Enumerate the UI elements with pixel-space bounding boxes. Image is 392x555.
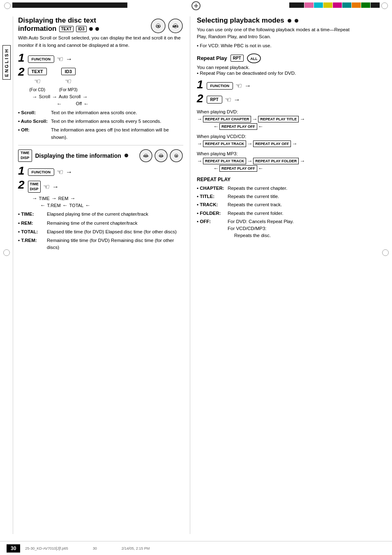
svg-text:DVD: DVD [143,155,149,157]
id3-button: ID3 [61,68,76,75]
dvd-flow-title: REPEAT PLAY TITLE [258,116,299,122]
hand-icon-3: ☜ [43,182,50,191]
hand-icon-mp3: ☜ [65,77,71,86]
playback-modes-section: Selecting playback modes You can use onl… [197,16,356,240]
cd-icon-time: CD [169,149,183,163]
disc-text-intro: With Auto Scroll or Scroll selected, you… [18,35,183,49]
playback-modes-title: Selecting playback modes [197,16,284,25]
svg-text:CD: CD [175,155,178,157]
arrow-right-2: → [66,168,72,176]
step-r1-number: 1 [197,79,203,90]
dot-r2 [295,19,298,23]
hand-icon-r2: ☜ [225,95,231,104]
function-button-r1: FUNCTION [207,82,233,90]
dvd-flow-off: REPEAT PLAY OFF [219,123,257,130]
left-margin-circle [3,249,10,256]
right-margin-circle [382,249,389,256]
step-1-number: 1 [18,52,25,64]
for-cd-label: (For CD) [29,88,45,92]
vcd-note: • For VCD: While PBC is not in use. [197,42,356,49]
step-r2-number: 2 [197,93,203,104]
vcd-icon-time: VCD [154,149,168,163]
dvd-flow-label: When playing DVD: [197,109,356,114]
repeat-play-legend-title: REPEAT PLAY [197,177,356,182]
for-mp3-label: (For MP3) [59,88,78,92]
mp3-flow-section: When playing MP3: → REPEAT PLAY TRACK → … [197,151,356,172]
step-2-number: 2 [18,66,25,78]
repeat-play-legend: REPEAT PLAY • CHAPTER: Repeats the curre… [197,177,356,240]
step-1b-number: 1 [18,165,25,177]
repeat-desc: You can repeat playback. [197,65,356,70]
step-2b-number: 2 [18,179,25,191]
function-button-1: FUNCTION [28,55,55,63]
vcd-flow-track: REPEAT PLAY TRACK [203,140,246,147]
rpt-button: RPT [231,55,244,62]
footer-page-num: 30 [93,546,97,550]
footer-date: 2/14/05, 2:15 PM [122,546,150,550]
right-column: Selecting playback modes You can use onl… [190,16,362,534]
svg-text:VCD: VCD [159,155,164,157]
playback-intro: You can use only one of the following pl… [197,26,356,41]
hand-icon-cd: ☜ [34,77,41,86]
disc-icons: CD MP3 [150,18,183,34]
mp3-flow-off: REPEAT PLAY OFF [219,165,257,172]
left-column: Displaying the disc text information TEX… [13,16,190,534]
svg-text:ALL: ALL [250,57,258,61]
time-info-title: Displaying the time information [35,152,121,159]
dvd-flow-chapter: REPEAT PLAY CHAPTER [203,116,251,122]
dvd-flow-section: When playing DVD: → REPEAT PLAY CHAPTER … [197,109,356,130]
text-button: TEXT [28,68,47,75]
disc-text-section: Displaying the disc text information TEX… [18,16,183,141]
dot-black-time [125,154,128,157]
language-label: ENGLISH [2,45,11,80]
time-flow: → TIME → REM → ← T.REM ← TOTAL ← [32,195,90,208]
arrow-right-r1: → [244,82,251,90]
repeat-note: • Repeat Play can be deactivated only fo… [197,71,356,76]
time-disc-icons: DVD VCD CD [139,149,183,163]
rpt-button-step: RPT [207,96,222,104]
vcd-flow-section: When playing VCD/CD: → REPEAT PLAY TRACK… [197,134,356,147]
sidebar: ENGLISH [0,16,13,534]
arrow-right-1: → [66,55,72,63]
dvd-icon: DVD [139,149,153,163]
time-info-section: TIME DISP Displaying the time informatio… [18,149,183,251]
dot1 [89,27,93,31]
hand-icon-1: ☜ [57,55,63,64]
all-badge: ALL [247,53,261,63]
hand-icon-2: ☜ [57,168,63,177]
vcd-flow-off: REPEAT PLAY OFF [253,140,291,147]
svg-text:MP3: MP3 [173,25,179,28]
disc-text-title-1: Displaying the disc text [18,16,99,25]
time-bullets: • TIME: Elapsed playing time of the curr… [18,211,183,251]
repeat-legend-list: • CHAPTER: Repeats the current chapter. … [197,185,356,240]
scroll-bullets: • Scroll: Text on the information area s… [18,109,183,141]
cd-icon: CD [150,18,166,34]
footer: 30 25-30_KD-AV7010[J]f.p65 30 2/14/05, 2… [0,541,392,555]
dot2 [95,27,99,31]
repeat-play-title: Repeat Play [197,55,227,61]
mp3-flow-track: REPEAT PLAY TRACK [203,158,246,164]
hand-icon-r1: ☜ [235,81,242,90]
mp3-flow-label: When playing MP3: [197,151,356,156]
footer-filename: 25-30_KD-AV7010[J]f.p65 [25,546,68,550]
id3-badge: ID3 [76,26,87,32]
dot-r1 [288,19,291,23]
function-button-2: FUNCTION [28,168,55,176]
disc-text-title-2: information [18,25,57,33]
scroll-flow: → Scroll → Auto Scroll → ← Off ← [32,94,89,107]
arrow-right-r2: → [234,96,240,104]
time-disp-button-2: TIME DISP [28,181,41,193]
mp3-flow-folder: REPEAT PLAY FOLDER [253,158,299,164]
page-number: 30 [7,544,20,553]
arrow-right-3: → [52,183,59,191]
svg-text:CD: CD [156,25,161,28]
text-badge: TEXT [59,26,74,32]
vcd-flow-label: When playing VCD/CD: [197,134,356,139]
time-disp-button: TIME DISP [18,150,32,161]
mp3-icon: MP3 [168,18,183,34]
